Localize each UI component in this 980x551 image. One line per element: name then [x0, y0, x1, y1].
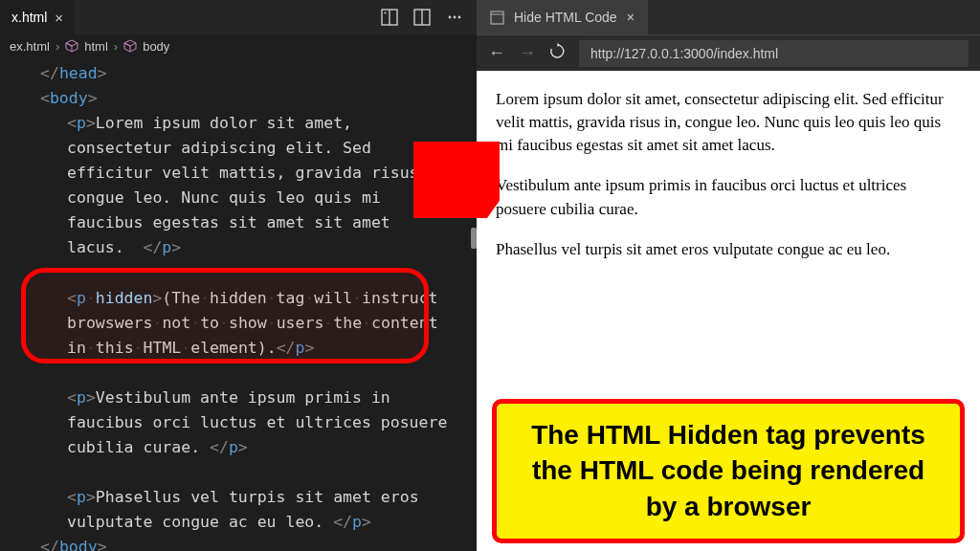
svg-point-2 — [385, 12, 387, 14]
editor-tab[interactable]: x.html × — [0, 0, 75, 34]
url-input[interactable]: http://127.0.0.1:3000/index.html — [579, 40, 969, 67]
code-line: <p>Vestibulum ante ipsum primis in — [13, 386, 463, 410]
code-line: lacus. </p> — [13, 235, 463, 260]
breadcrumb-file[interactable]: ex.html — [10, 39, 50, 54]
code-line: <p·hidden>(The·hidden·tag·will·instruct — [13, 286, 463, 311]
code-line: congue leo. Nunc quis leo quis mi — [13, 186, 463, 210]
code-line: </head> — [13, 61, 463, 86]
more-icon[interactable] — [446, 9, 463, 26]
paragraph: Phasellus vel turpis sit amet eros vulpu… — [496, 238, 961, 261]
back-icon[interactable]: ← — [488, 43, 505, 63]
cube-icon — [123, 39, 137, 53]
cube-icon — [65, 39, 78, 53]
code-line: </body> — [13, 535, 463, 551]
browser-tab-bar: Hide HTML Code × — [477, 0, 980, 34]
chevron-right-icon: › — [56, 39, 59, 54]
browser-pane: Hide HTML Code × ← → http://127.0.0.1:30… — [477, 0, 980, 551]
address-bar: ← → http://127.0.0.1:3000/index.html — [477, 34, 980, 71]
editor-tab-bar: x.html × — [0, 0, 477, 34]
breadcrumb[interactable]: ex.html › html › body — [0, 34, 477, 57]
code-line: browswers·not·to·show·users·the·content — [13, 311, 463, 336]
svg-rect-8 — [491, 11, 503, 24]
code-line: <p>Phasellus vel turpis sit amet eros — [13, 485, 463, 510]
code-line — [13, 361, 463, 386]
code-line: efficitur velit mattis, gravida risus in — [13, 161, 463, 186]
close-icon[interactable]: × — [55, 10, 63, 26]
svg-point-5 — [449, 16, 452, 19]
page-content: Lorem ipsum dolor sit amet, consectetur … — [477, 71, 980, 296]
tab-filename: x.html — [11, 10, 47, 25]
code-editor-pane: x.html × ex.html › html › body </head> <… — [0, 0, 477, 551]
code-editor[interactable]: </head> <body> <p>Lorem ipsum dolor sit … — [0, 57, 477, 551]
code-line: faucibus orci luctus et ultrices posuere — [13, 410, 463, 435]
breadcrumb-html[interactable]: html — [84, 39, 108, 54]
close-icon[interactable]: × — [627, 10, 635, 25]
breadcrumb-body[interactable]: body — [143, 39, 169, 54]
paragraph: Lorem ipsum dolor sit amet, consectetur … — [496, 88, 961, 157]
code-line: cubilia curae. </p> — [13, 435, 463, 460]
code-line: faucibus egestas sit amet sit amet — [13, 210, 463, 235]
split-editor-icon[interactable] — [413, 9, 431, 26]
annotation-callout: The HTML Hidden tag prevents the HTML co… — [492, 399, 965, 543]
code-line: <body> — [13, 86, 463, 111]
editor-tab-actions — [381, 9, 477, 26]
code-line: vulputate congue ac eu leo. </p> — [13, 510, 463, 535]
url-text: http://127.0.0.1:3000/index.html — [590, 46, 778, 61]
split-preview-icon[interactable] — [381, 9, 398, 26]
reload-icon[interactable] — [549, 43, 566, 63]
svg-point-6 — [454, 16, 457, 19]
chevron-right-icon: › — [114, 39, 118, 54]
svg-point-7 — [458, 16, 461, 19]
code-line — [13, 460, 463, 485]
code-line: in·this·HTML·element).</p> — [13, 336, 463, 361]
page-icon — [490, 11, 504, 25]
code-line — [13, 261, 463, 286]
code-line: consectetur adipiscing elit. Sed — [13, 136, 463, 161]
paragraph: Vestibulum ante ipsum primis in faucibus… — [496, 174, 961, 220]
forward-icon: → — [519, 43, 536, 63]
code-line: <p>Lorem ipsum dolor sit amet, — [13, 111, 463, 136]
browser-tab[interactable]: Hide HTML Code × — [477, 0, 648, 34]
browser-tab-title: Hide HTML Code — [514, 10, 617, 25]
